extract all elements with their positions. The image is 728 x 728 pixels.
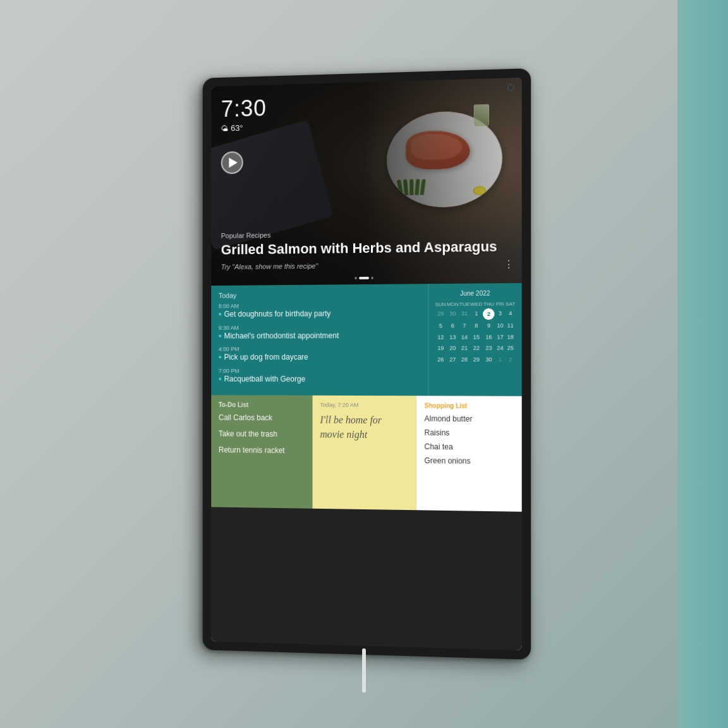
todo-item-1: Call Carlos back bbox=[219, 413, 305, 423]
shopping-item-1: Almond butter bbox=[424, 415, 514, 424]
recipe-hint: Try "Alexa, show me this recipe" bbox=[221, 260, 511, 271]
note-widget[interactable]: Today, 7:20 AM I'll be home for movie ni… bbox=[313, 396, 416, 511]
cal-day-20: 20 bbox=[447, 343, 459, 354]
cal-header-sat: SAT bbox=[506, 300, 515, 307]
cal-day-29-prev: 29 bbox=[435, 308, 446, 320]
cal-day-15: 15 bbox=[470, 332, 482, 343]
cal-day-28: 28 bbox=[459, 355, 470, 365]
cal-day-26: 26 bbox=[435, 355, 446, 365]
todo-widget[interactable]: To-Do List Call Carlos back Take out the… bbox=[211, 396, 312, 509]
schedule-event-4: • Racquetball with George bbox=[219, 375, 421, 385]
wall-background: 7:30 🌤 63° Popular Recipes Grilled S bbox=[0, 0, 728, 728]
todo-item-2: Take out the trash bbox=[219, 429, 305, 439]
cal-day-18: 18 bbox=[506, 332, 515, 343]
shopping-label: Shopping List bbox=[424, 403, 514, 410]
schedule-time-4: 7:00 PM bbox=[219, 368, 421, 374]
schedule-label: Today bbox=[219, 290, 421, 299]
cal-day-29: 29 bbox=[470, 355, 482, 365]
cal-day-11: 11 bbox=[506, 320, 515, 331]
schedule-item-1: 8:00 AM • Get doughnuts for birthday par… bbox=[219, 301, 421, 319]
play-icon bbox=[229, 157, 238, 167]
cal-day-30: 30 bbox=[483, 355, 494, 365]
recipe-title: Grilled Salmon with Herbs and Asparagus bbox=[221, 238, 511, 258]
device-frame: 7:30 🌤 63° Popular Recipes Grilled S bbox=[203, 68, 531, 660]
cal-day-3: 3 bbox=[495, 308, 505, 320]
carousel-dots bbox=[355, 277, 373, 279]
hero-top: 7:30 🌤 63° bbox=[221, 88, 511, 174]
play-button[interactable] bbox=[221, 151, 243, 174]
weather-temp: 63° bbox=[231, 123, 243, 133]
note-date: Today, 7:20 AM bbox=[320, 402, 408, 409]
note-text: I'll be home for movie night bbox=[320, 413, 408, 442]
cal-day-24: 24 bbox=[495, 343, 505, 354]
cal-day-2-next: 2 bbox=[506, 355, 515, 365]
shopping-item-2: Raisins bbox=[424, 428, 514, 438]
schedule-event-1: • Get doughnuts for birthday party bbox=[219, 308, 421, 319]
cal-header-wed: WED bbox=[470, 301, 482, 308]
screen: 7:30 🌤 63° Popular Recipes Grilled S bbox=[211, 78, 521, 651]
calendar-month: June 2022 bbox=[435, 289, 516, 297]
cal-day-13: 13 bbox=[447, 332, 459, 343]
calendar-panel: June 2022 SUN MON TUE WED THU FRI SAT 29 bbox=[428, 283, 522, 396]
schedule-panel: Today 8:00 AM • Get doughnuts for birthd… bbox=[211, 284, 428, 396]
cal-day-1-next: 1 bbox=[495, 355, 505, 365]
cal-day-27: 27 bbox=[447, 355, 459, 365]
cal-day-23: 23 bbox=[483, 343, 494, 354]
cal-day-19: 19 bbox=[435, 343, 446, 354]
shopping-item-4: Green onions bbox=[424, 456, 514, 466]
schedule-dot-4: • bbox=[219, 375, 222, 384]
widgets-section: To-Do List Call Carlos back Take out the… bbox=[211, 396, 521, 513]
more-options-icon[interactable]: ⋮ bbox=[504, 258, 514, 270]
device-bezel: 7:30 🌤 63° Popular Recipes Grilled S bbox=[211, 78, 521, 651]
cal-day-1: 1 bbox=[470, 308, 482, 320]
hero-content: 7:30 🌤 63° Popular Recipes Grilled S bbox=[211, 78, 521, 286]
cal-day-30-prev: 30 bbox=[447, 308, 459, 320]
todo-label: To-Do List bbox=[219, 401, 305, 408]
schedule-time-3: 4:00 PM bbox=[219, 346, 421, 352]
schedule-time-2: 9:30 AM bbox=[219, 324, 421, 331]
cal-header-tue: TUE bbox=[459, 301, 470, 308]
cal-header-fri: FRI bbox=[495, 301, 505, 308]
cal-header-mon: MON bbox=[447, 301, 459, 308]
schedule-time-1: 8:00 AM bbox=[219, 301, 421, 309]
dot-2-active bbox=[359, 277, 369, 279]
schedule-item-2: 9:30 AM • Michael's orthodontist appoint… bbox=[219, 324, 421, 341]
cal-day-5: 5 bbox=[435, 320, 446, 331]
cal-day-10: 10 bbox=[495, 320, 505, 331]
schedule-event-text-4: Racquetball with George bbox=[224, 375, 305, 385]
schedule-section: Today 8:00 AM • Get doughnuts for birthd… bbox=[211, 283, 521, 396]
shopping-widget[interactable]: Shopping List Almond butter Raisins Chai… bbox=[416, 396, 521, 512]
cal-day-2-today: 2 bbox=[483, 308, 494, 320]
schedule-event-text-1: Get doughnuts for birthday party bbox=[224, 309, 331, 319]
schedule-event-3: • Pick up dog from daycare bbox=[219, 353, 421, 363]
hero-section[interactable]: 7:30 🌤 63° Popular Recipes Grilled S bbox=[211, 78, 521, 286]
shopping-item-3: Chai tea bbox=[424, 442, 514, 452]
cal-day-6: 6 bbox=[447, 320, 459, 331]
schedule-dot-1: • bbox=[219, 310, 222, 318]
cal-day-16: 16 bbox=[483, 332, 494, 343]
schedule-event-text-3: Pick up dog from daycare bbox=[224, 353, 308, 363]
cal-day-14: 14 bbox=[459, 332, 470, 343]
cal-day-25: 25 bbox=[506, 343, 515, 354]
schedule-item-3: 4:00 PM • Pick up dog from daycare bbox=[219, 346, 421, 363]
todo-item-3: Return tennis racket bbox=[219, 446, 305, 456]
cal-day-12: 12 bbox=[435, 332, 446, 343]
hero-bottom: Popular Recipes Grilled Salmon with Herb… bbox=[221, 228, 511, 276]
schedule-item-4: 7:00 PM • Racquetball with George bbox=[219, 368, 421, 385]
cal-day-4: 4 bbox=[506, 308, 515, 320]
recipe-category: Popular Recipes bbox=[221, 228, 511, 239]
schedule-dot-2: • bbox=[219, 331, 222, 340]
cal-day-22: 22 bbox=[470, 343, 482, 354]
schedule-event-text-2: Michael's orthodontist appointment bbox=[224, 331, 339, 341]
cal-day-17: 17 bbox=[495, 332, 505, 343]
schedule-dot-3: • bbox=[219, 353, 222, 361]
cal-day-31-prev: 31 bbox=[459, 308, 470, 320]
cal-header-thu: THU bbox=[483, 301, 494, 308]
dot-3 bbox=[371, 277, 373, 279]
cal-day-7: 7 bbox=[459, 320, 470, 331]
cal-header-sun: SUN bbox=[435, 301, 446, 308]
cal-day-21: 21 bbox=[459, 343, 470, 354]
dot-1 bbox=[355, 277, 357, 279]
schedule-event-2: • Michael's orthodontist appointment bbox=[219, 331, 421, 341]
cal-day-9: 9 bbox=[483, 320, 494, 331]
